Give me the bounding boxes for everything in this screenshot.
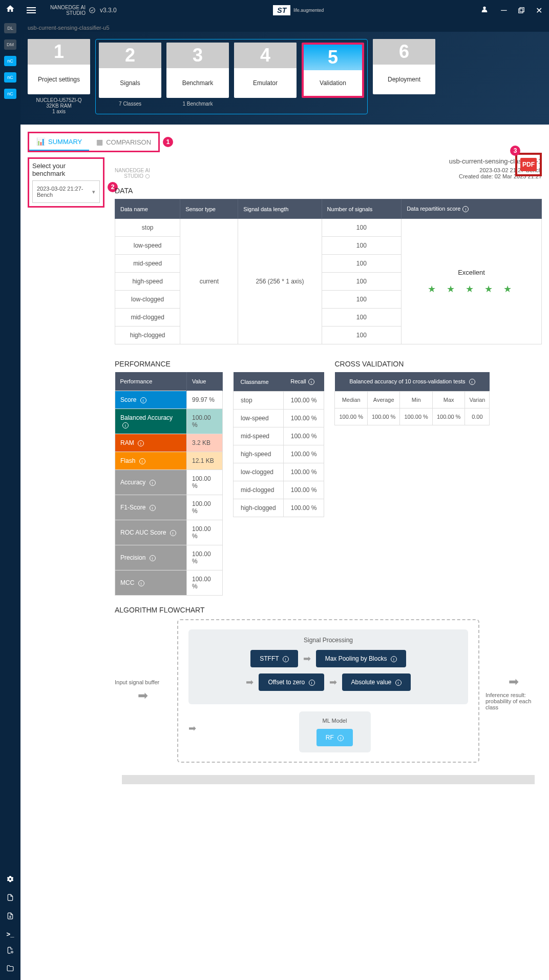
- settings-icon[interactable]: [6, 875, 14, 885]
- svg-point-1: [90, 8, 95, 13]
- terminal-icon[interactable]: >_: [7, 930, 14, 938]
- marker-3: 3: [510, 146, 520, 156]
- sidebar-item-dl[interactable]: DL: [4, 23, 16, 33]
- svg-point-5: [145, 175, 150, 179]
- step-project-settings[interactable]: 1 Project settings: [28, 39, 90, 94]
- data-name-cell: stop: [115, 219, 180, 237]
- hamburger-icon[interactable]: [27, 7, 36, 13]
- step-1-info: NUCLEO-U575ZI-Q 32KB RAM 1 axis: [36, 97, 82, 114]
- tab-comparison[interactable]: ▦ COMPARISON: [89, 133, 158, 151]
- chip-stfft[interactable]: STFFT i: [250, 650, 298, 667]
- sidebar-item-nc-3[interactable]: nC: [4, 89, 16, 99]
- step-group: 2 Signals 7 Classes 3 Benchmark 1 Benchm…: [95, 39, 368, 114]
- data-name-cell: high-clogged: [115, 326, 180, 344]
- app-logo-icon: [89, 7, 96, 14]
- home-icon[interactable]: [6, 4, 15, 16]
- chart-icon: 📊: [36, 137, 45, 146]
- step-emulator[interactable]: 4 Emulator: [234, 43, 297, 98]
- sidebar-item-dm[interactable]: DM: [4, 39, 16, 50]
- info-icon[interactable]: i: [138, 580, 144, 586]
- info-icon[interactable]: i: [150, 555, 156, 561]
- user-status-icon[interactable]: [480, 5, 491, 15]
- svg-rect-4: [519, 9, 523, 13]
- info-icon[interactable]: i: [170, 530, 176, 536]
- doc-settings-icon[interactable]: [7, 946, 14, 956]
- marker-1: 1: [163, 137, 173, 147]
- info-icon[interactable]: i: [139, 458, 145, 464]
- breadcrumb: usb-current-sensing-classifier-u5: [20, 21, 549, 32]
- performance-table: PerformanceValue Score i99.97 %Balanced …: [115, 372, 223, 596]
- footer-bar: [122, 775, 535, 784]
- info-icon[interactable]: i: [140, 397, 146, 403]
- steps-header: 1 Project settings NUCLEO-U575ZI-Q 32KB …: [20, 32, 549, 125]
- info-icon[interactable]: i: [462, 206, 469, 212]
- arrow-icon: ➡: [188, 723, 196, 734]
- chip-maxpool[interactable]: Max Pooling by Blocks i: [316, 650, 406, 667]
- sidebar: DL DM nC nC nC >_: [0, 0, 20, 980]
- info-icon[interactable]: i: [391, 656, 397, 662]
- section-flow-title: ALGORITHM FLOWCHART: [115, 606, 542, 614]
- info-icon[interactable]: i: [150, 480, 156, 486]
- data-table: Data name Sensor type Signal data length…: [115, 199, 542, 344]
- st-logo: ST life.augmented: [117, 5, 480, 15]
- flowchart: Input signal buffer ➡ Signal Processing …: [115, 619, 542, 763]
- step-signals[interactable]: 2 Signals: [99, 43, 161, 98]
- info-icon[interactable]: i: [309, 680, 315, 686]
- svg-point-0: [11, 951, 13, 953]
- svg-rect-3: [520, 8, 524, 12]
- close-button[interactable]: ✕: [535, 6, 543, 14]
- arrow-icon: ➡: [246, 677, 254, 688]
- info-icon[interactable]: i: [469, 379, 475, 385]
- maximize-button[interactable]: [517, 6, 525, 14]
- title-bar: NANOEDGE AI STUDIO v3.3.0 ST life.augmen…: [20, 0, 549, 21]
- small-logo: NANOEDGE AI STUDIO: [115, 168, 150, 179]
- flow-input-label: Input signal buffer ➡: [115, 679, 171, 703]
- step-benchmark[interactable]: 3 Benchmark: [166, 43, 229, 98]
- ml-model-box: ML Model RF i: [299, 711, 371, 752]
- chip-rf[interactable]: RF i: [316, 729, 353, 746]
- doc-icon-2[interactable]: [7, 912, 14, 922]
- data-name-cell: low-clogged: [115, 291, 180, 309]
- flow-output-label: ➡ Inference result: probability of each …: [485, 671, 542, 710]
- chip-offset[interactable]: Offset to zero i: [259, 673, 324, 691]
- info-icon[interactable]: i: [122, 422, 129, 428]
- sidebar-item-nc-1[interactable]: nC: [4, 56, 16, 66]
- section-perf-title: PERFORMANCE: [115, 360, 223, 368]
- table-icon: ▦: [96, 138, 103, 146]
- section-cross-title: CROSS VALIDATION: [334, 360, 490, 368]
- export-pdf-button[interactable]: PDF: [515, 153, 542, 176]
- step-validation[interactable]: 5 Validation: [302, 43, 364, 98]
- step-deployment[interactable]: 6 Deployment: [373, 39, 435, 94]
- arrow-right-icon: ➡: [485, 675, 542, 689]
- chip-abs[interactable]: Absolute value i: [342, 673, 411, 691]
- info-icon[interactable]: i: [283, 656, 289, 662]
- app-title: NANOEDGE AI STUDIO: [50, 5, 86, 16]
- doc-icon-1[interactable]: [7, 893, 14, 904]
- arrow-right-icon: ➡: [115, 688, 171, 703]
- sidebar-bottom: >_: [6, 875, 14, 974]
- data-name-cell: low-speed: [115, 237, 180, 255]
- arrow-icon: ➡: [329, 677, 337, 688]
- info-icon[interactable]: i: [308, 379, 314, 385]
- data-name-cell: mid-clogged: [115, 309, 180, 326]
- section-data-title: DATA: [115, 187, 542, 195]
- info-icon[interactable]: i: [395, 680, 402, 686]
- data-name-cell: high-speed: [115, 273, 180, 291]
- tabs-row: 📊 SUMMARY ▦ COMPARISON 1: [20, 125, 549, 152]
- info-icon[interactable]: i: [337, 735, 344, 741]
- data-name-cell: mid-speed: [115, 255, 180, 273]
- recall-table: ClassnameRecalli stop100.00 %low-speed10…: [233, 372, 324, 517]
- sidebar-item-nc-2[interactable]: nC: [4, 72, 16, 83]
- info-icon[interactable]: i: [138, 440, 144, 446]
- arrow-icon: ➡: [303, 653, 311, 664]
- signal-processing-box: Signal Processing STFFT i ➡ Max Pooling …: [188, 629, 468, 704]
- tabs-highlight: 📊 SUMMARY ▦ COMPARISON: [28, 132, 160, 152]
- folder-icon[interactable]: [6, 965, 14, 974]
- minimize-button[interactable]: ─: [500, 6, 508, 14]
- version-label: v3.3.0: [100, 7, 117, 14]
- cross-validation-table: Balanced accuracy of 10 cross-validation…: [334, 372, 490, 425]
- pdf-icon: PDF: [520, 158, 537, 171]
- info-icon[interactable]: i: [150, 505, 156, 511]
- benchmark-select-label: Select your benchmark: [32, 162, 100, 177]
- tab-summary[interactable]: 📊 SUMMARY: [29, 133, 89, 151]
